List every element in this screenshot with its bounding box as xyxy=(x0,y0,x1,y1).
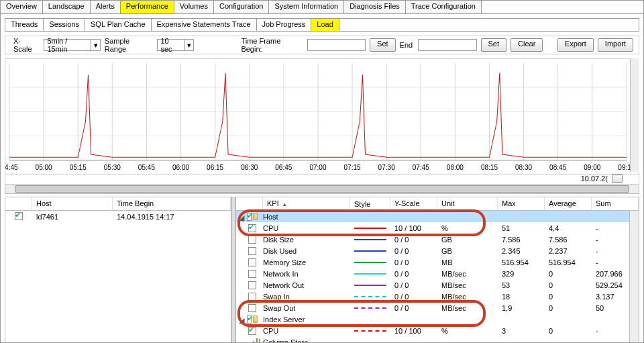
sub-tab-job-progress[interactable]: Job Progress xyxy=(257,19,312,31)
chart-date-label: 10.07.2( xyxy=(581,175,608,183)
clear-button[interactable]: Clear xyxy=(511,38,543,52)
kpi-group-row[interactable]: ◢Index Server xyxy=(236,313,639,325)
svg-text:08:30: 08:30 xyxy=(515,164,533,171)
main-tab-diagnosis-files[interactable]: Diagnosis Files xyxy=(344,1,406,13)
kpi-name: Network Out xyxy=(263,281,350,290)
time-frame-begin-input[interactable] xyxy=(307,39,366,51)
host-row[interactable]: ld7461 14.04.1915 14:17 xyxy=(5,211,231,222)
import-button[interactable]: Import xyxy=(598,38,633,52)
col-max[interactable]: Max xyxy=(498,197,545,210)
chart-toolbar: X-Scale 5min / 15min ▾ Sample Range 10 s… xyxy=(5,36,639,54)
kpi-unit: MB/sec xyxy=(437,292,498,301)
sub-tab-load[interactable]: Load xyxy=(311,19,339,31)
kpi-unit: GB xyxy=(437,235,498,244)
svg-text:07:30: 07:30 xyxy=(378,164,396,171)
kpi-checkbox[interactable] xyxy=(248,224,256,232)
kpi-checkbox[interactable] xyxy=(248,281,256,289)
col-time-begin[interactable]: Time Begin xyxy=(113,197,231,210)
collapse-icon[interactable]: ◢ xyxy=(239,316,244,323)
svg-text:08:45: 08:45 xyxy=(549,164,567,171)
col-yscale[interactable]: Y-Scale xyxy=(390,197,437,210)
kpi-average: 0 xyxy=(545,303,592,313)
kpi-checkbox[interactable] xyxy=(247,213,252,221)
kpi-row[interactable]: Network In0 / 0MB/sec3290207.966 xyxy=(236,268,639,279)
col-unit[interactable]: Unit xyxy=(437,197,498,210)
kpi-checkbox[interactable] xyxy=(248,236,256,244)
main-tab-landscape[interactable]: Landscape xyxy=(43,1,91,13)
chart-vertical-scrollbar[interactable] xyxy=(630,58,639,173)
main-tab-system-information[interactable]: System Information xyxy=(269,1,344,13)
kpi-average: 0 xyxy=(545,292,592,301)
kpi-average: 0 xyxy=(545,326,592,336)
kpi-row[interactable]: CPU10 / 100%514,4- xyxy=(236,222,639,234)
sub-tab-expensive-statements-trace[interactable]: Expensive Statements Trace xyxy=(152,19,257,31)
main-tab-trace-configuration[interactable]: Trace Configuration xyxy=(406,1,482,13)
kpi-row[interactable]: Swap Out0 / 0MB/sec1,9050 xyxy=(236,302,639,313)
kpi-unit: GB xyxy=(437,246,498,256)
chevron-down-icon: ▾ xyxy=(91,40,100,50)
kpi-row[interactable]: CPU10 / 100%30- xyxy=(236,325,639,336)
end-label: End xyxy=(400,41,413,49)
sub-tab-sql-plan-cache[interactable]: SQL Plan Cache xyxy=(85,19,152,31)
host-list-pane: Host Time Begin ld7461 14.04.1915 14:17 xyxy=(5,197,231,343)
kpi-unit xyxy=(437,216,498,217)
svg-text:05:30: 05:30 xyxy=(104,164,121,171)
main-tab-configuration[interactable]: Configuration xyxy=(214,1,269,13)
kpi-group-row[interactable]: ◢Column Store xyxy=(236,336,639,342)
set-end-button[interactable]: Set xyxy=(481,38,507,52)
kpi-checkbox[interactable] xyxy=(248,327,256,335)
main-tab-alerts[interactable]: Alerts xyxy=(91,1,121,13)
time-frame-end-input[interactable] xyxy=(418,39,476,51)
kpi-checkbox[interactable] xyxy=(248,293,256,301)
kpi-name: Disk Size xyxy=(263,235,350,244)
sub-tab-threads[interactable]: Threads xyxy=(5,19,44,31)
svg-text:06:30: 06:30 xyxy=(241,164,258,171)
kpi-max xyxy=(498,319,545,320)
kpi-checkbox[interactable] xyxy=(248,258,256,266)
kpi-row[interactable]: Memory Size0 / 0MB516.954516.954- xyxy=(236,256,639,268)
kpi-row[interactable]: Swap In0 / 0MB/sec1803.137 xyxy=(236,291,639,302)
kpi-group-row[interactable]: ◢Host xyxy=(236,211,639,222)
col-host[interactable]: Host xyxy=(32,197,113,210)
kpi-checkbox[interactable] xyxy=(247,315,252,324)
kpi-style-swatch xyxy=(350,227,390,230)
export-button[interactable]: Export xyxy=(557,38,594,52)
kpi-name: Index Server xyxy=(263,315,350,324)
kpi-style-swatch xyxy=(350,295,390,298)
kpi-style-swatch xyxy=(350,330,390,332)
kpi-style-swatch xyxy=(350,319,390,320)
sub-tab-sessions[interactable]: Sessions xyxy=(44,19,85,31)
kpi-yscale: 10 / 100 xyxy=(390,224,437,233)
chart-options-button[interactable] xyxy=(612,175,623,183)
main-tab-volumes[interactable]: Volumes xyxy=(174,1,214,13)
collapse-icon[interactable]: ◢ xyxy=(239,213,244,220)
kpi-row[interactable]: Disk Size0 / 0GB7.5867.586- xyxy=(236,234,639,245)
svg-text:04:45: 04:45 xyxy=(5,164,18,171)
main-tab-performance[interactable]: Performance xyxy=(121,1,174,13)
col-sum[interactable]: Sum xyxy=(592,197,639,210)
kpi-yscale: 10 / 100 xyxy=(390,326,437,336)
xscale-dropdown[interactable]: 5min / 15min ▾ xyxy=(44,39,100,51)
kpi-row[interactable]: Disk Used0 / 0GB2.3452.237- xyxy=(236,245,639,256)
col-kpi[interactable]: KPI▴ xyxy=(263,197,350,210)
kpi-unit: % xyxy=(437,224,498,233)
kpi-yscale: 0 / 0 xyxy=(390,303,437,313)
sample-range-dropdown[interactable]: 10 sec ▾ xyxy=(157,39,194,51)
set-begin-button[interactable]: Set xyxy=(370,38,396,52)
kpi-name: Swap Out xyxy=(263,303,350,313)
kpi-vertical-scrollbar[interactable] xyxy=(629,211,639,342)
col-style[interactable]: Style xyxy=(350,197,390,210)
col-average[interactable]: Average xyxy=(545,197,592,210)
main-tab-overview[interactable]: Overview xyxy=(1,1,43,13)
kpi-checkbox[interactable] xyxy=(248,247,256,255)
kpi-yscale: 0 / 0 xyxy=(390,258,437,267)
kpi-yscale: 0 / 0 xyxy=(390,292,437,301)
kpi-checkbox[interactable] xyxy=(248,270,256,278)
svg-text:05:15: 05:15 xyxy=(70,164,87,171)
kpi-row[interactable]: Network Out0 / 0MB/sec530529.254 xyxy=(236,279,639,291)
xscale-value: 5min / 15min xyxy=(44,37,91,53)
kpi-checkbox[interactable] xyxy=(248,304,256,312)
chart-horizontal-scrollbar[interactable] xyxy=(5,185,639,194)
host-row-checkbox[interactable] xyxy=(15,212,23,220)
svg-text:09:00: 09:00 xyxy=(584,164,601,171)
